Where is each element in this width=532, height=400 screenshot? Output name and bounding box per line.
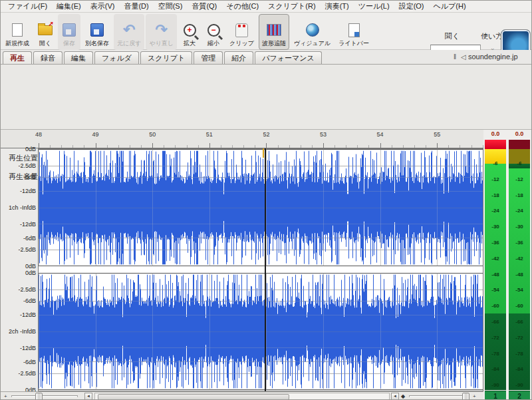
h-scrollbar-track[interactable] [94, 393, 390, 400]
scroll-right-arrow[interactable]: ◄ [391, 393, 399, 400]
meter-scale-label: -6 [485, 160, 506, 166]
menu-item[interactable]: 表示(V) [86, 1, 120, 11]
ruler-minor-tick [357, 145, 358, 148]
open-folder-icon [37, 22, 53, 38]
toolbar-button-new-file[interactable]: 新規作成 [2, 14, 33, 50]
meter-red-segment [485, 140, 506, 149]
v-zoom-slider-thumb[interactable] [462, 393, 469, 400]
save-floppy-icon [61, 22, 77, 38]
toolbar: 新規作成開く保存別名保存元に戻すやり直し拡大縮小クリップ波形追随ヴィジュアルライ… [1, 13, 532, 50]
lightbar-doc-icon [346, 22, 362, 38]
tab-item[interactable]: 紹介 [224, 51, 253, 64]
toolbar-button-open-folder[interactable]: 開く [34, 14, 57, 50]
toolbar-button-zoom-out[interactable]: 縮小 [202, 14, 225, 50]
ruler-tick [437, 143, 438, 148]
db-label: 0dB [1, 264, 36, 270]
site-label[interactable]: soundengine.jp [468, 53, 518, 61]
tab-item[interactable]: フォルダ [94, 51, 139, 64]
tab-item[interactable]: パフォーマンス [255, 51, 322, 64]
app-window: ファイル(F)編集(E)表示(V)音量(D)空間(S)音質(Q)その他(C)スク… [0, 0, 532, 400]
time-ruler[interactable]: 4849505152535455 [1, 130, 483, 148]
meter-scale-label: -18 [485, 192, 506, 198]
bottom-bar: + ◄ ◄ ◆ + [1, 391, 483, 400]
scroll-left-arrow[interactable]: ◄ [84, 393, 92, 400]
menu-item[interactable]: 演奏(T) [321, 1, 354, 11]
ruler-minor-tick [118, 145, 119, 148]
ruler-minor-tick [278, 145, 279, 148]
toolbar-button-zoom-in[interactable]: 拡大 [178, 14, 201, 50]
ruler-minor-tick [221, 145, 221, 148]
db-label: 0dB [1, 146, 36, 152]
ruler-tick [152, 143, 153, 148]
menu-item[interactable]: 空間(S) [154, 1, 188, 11]
ruler-minor-tick [50, 145, 51, 148]
toolbar-button-visual-globe[interactable]: ヴィジュアル [291, 14, 334, 50]
menu-item[interactable]: 音質(Q) [187, 1, 221, 11]
ruler-minor-tick [198, 145, 199, 148]
tab-item[interactable]: 編集 [64, 51, 93, 64]
ruler-minor-tick [61, 145, 62, 148]
toolbar-button-undo-arrow[interactable]: 元に戻す [114, 14, 144, 50]
ruler-tick [39, 143, 39, 148]
menu-item[interactable]: ヘルプ(H) [429, 1, 471, 11]
ruler-minor-tick [255, 145, 255, 148]
ruler-minor-tick [301, 145, 301, 148]
ruler-minor-tick [130, 145, 130, 148]
tab-item[interactable]: 管理 [194, 51, 223, 64]
v-zoom-slider-track[interactable] [409, 395, 467, 397]
usage-label[interactable]: 使い方 [481, 31, 503, 41]
menu-item[interactable]: スクリプト(R) [263, 1, 321, 11]
meter-scale-label: -54 [485, 287, 506, 293]
menu-item[interactable]: その他(C) [221, 1, 263, 11]
ruler-minor-tick [84, 145, 84, 148]
ruler-tick-label: 54 [377, 131, 384, 138]
db-label: -2.5dB [1, 163, 36, 169]
tab-item[interactable]: スクリプト [140, 51, 192, 64]
meter-scale-label: -18 [509, 192, 530, 198]
ruler-tick [96, 143, 96, 148]
meter-scale-label: -48 [485, 272, 506, 278]
menu-item[interactable]: 設定(O) [394, 1, 429, 11]
meter-scale-label: -66 [485, 319, 506, 325]
meter-scale-label: -66 [509, 319, 530, 325]
waveform-follow-icon [266, 22, 282, 38]
toolbar-button-save-as-floppy[interactable]: 別名保存 [82, 14, 112, 50]
h-zoom-slider-thumb[interactable] [35, 393, 43, 400]
waveform-channel-1[interactable] [39, 149, 483, 266]
meter-scale-label: -42 [509, 256, 530, 262]
h-scrollbar-thumb[interactable] [98, 394, 289, 400]
menu-item[interactable]: ファイル(F) [3, 1, 52, 11]
meter-scale-label: -24 [485, 208, 506, 214]
db-label: 2ch -InfdB [1, 329, 36, 335]
toolbar-button-redo-arrow[interactable]: やり直し [146, 14, 177, 50]
menu-item[interactable]: 音量(D) [119, 1, 153, 11]
meter-scale-label: -48 [509, 272, 530, 278]
save-as-floppy-icon [89, 22, 105, 38]
meter-scale-label: -6 [509, 160, 530, 166]
meter-channel-label-1: 1 [485, 391, 506, 400]
menu-item[interactable]: ツール(L) [354, 1, 394, 11]
meter-darkred-segment [509, 140, 530, 149]
db-label: -12dB [1, 188, 36, 194]
meter-scale-label: -36 [485, 240, 506, 246]
h-zoom-slider-track[interactable] [11, 395, 78, 397]
tab-active[interactable]: 再生 [3, 51, 32, 64]
db-label: -6dB [1, 359, 36, 365]
ruler-minor-tick [243, 145, 244, 148]
tab-item[interactable]: 録音 [33, 51, 63, 64]
ruler-minor-tick [164, 145, 164, 148]
toolbar-button-lightbar-doc[interactable]: ライトバー [335, 14, 372, 50]
meter-scale-label: -60 [485, 303, 506, 309]
zoom-plus-icon[interactable]: + [473, 393, 476, 400]
toolbar-button-clip-hand[interactable]: クリップ [226, 14, 257, 50]
meter-scale-label: -84 [485, 366, 506, 372]
new-file-icon [9, 22, 25, 38]
zoom-plus-icon[interactable]: + [4, 393, 7, 400]
toolbar-button-save-floppy[interactable]: 保存 [58, 14, 80, 50]
meter-scale-label: -12 [485, 176, 506, 182]
menu-item[interactable]: 編集(E) [52, 1, 86, 11]
meter-scale-label: -84 [509, 366, 530, 372]
toolbar-button-waveform-follow[interactable]: 波形追随 [259, 14, 289, 50]
waveform-channel-2[interactable] [39, 273, 483, 390]
playhead-cursor[interactable] [265, 148, 266, 391]
